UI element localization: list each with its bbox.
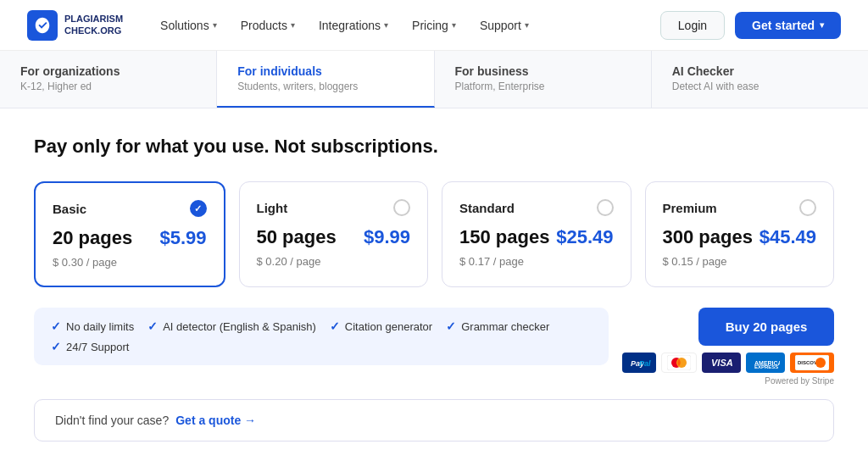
card-pages-light: 50 pages: [257, 226, 337, 248]
tab-business[interactable]: For business Platform, Enterprise: [435, 51, 652, 108]
get-started-button[interactable]: Get started ▾: [735, 12, 841, 39]
feature-support: ✓ 24/7 Support: [51, 340, 129, 353]
section-title: Pay only for what you use. Not subscript…: [34, 136, 834, 158]
login-button[interactable]: Login: [660, 11, 725, 40]
quote-text: Didn't find your case?: [55, 414, 169, 427]
card-per-page-basic: $ 0.30 / page: [53, 256, 207, 269]
discover-icon: DISCOVER: [790, 353, 834, 373]
svg-point-13: [815, 358, 826, 368]
navbar: PLAGIARISM CHECK.ORG Solutions ▾ Product…: [0, 0, 868, 51]
main-content: Pay only for what you use. Not subscript…: [0, 108, 868, 469]
card-price-basic: $5.99: [159, 227, 206, 249]
card-per-page-standard: $ 0.17 / page: [459, 255, 614, 268]
card-name-light: Light: [257, 201, 288, 215]
card-name-basic: Basic: [53, 202, 86, 216]
pricing-cards: Basic 20 pages $5.99 $ 0.30 / page Light…: [34, 181, 834, 287]
check-icon: ✓: [330, 319, 340, 333]
svg-text:Pal: Pal: [639, 359, 651, 368]
features-bar-wrap: ✓ No daily limits ✓ AI detector (English…: [34, 308, 609, 379]
get-a-quote-link[interactable]: Get a quote →: [175, 414, 256, 427]
card-pages-basic: 20 pages: [53, 227, 132, 249]
chevron-down-icon: ▾: [291, 20, 295, 30]
check-icon: ✓: [446, 319, 456, 333]
tab-individuals[interactable]: For individuals Students, writers, blogg…: [217, 51, 434, 108]
right-actions: Buy 20 pages PayPal VISA AMERICANEXPRESS: [622, 308, 834, 386]
paypal-icon: PayPal: [622, 353, 656, 373]
nav-item-support[interactable]: Support ▾: [470, 12, 539, 39]
amex-icon: AMERICANEXPRESS: [746, 353, 785, 373]
card-price-light: $9.99: [364, 226, 410, 248]
tab-ai-checker[interactable]: AI Checker Detect AI with ease: [652, 51, 868, 108]
chevron-down-icon: ▾: [525, 20, 529, 30]
radio-premium[interactable]: [799, 199, 816, 216]
chevron-down-icon: ▾: [213, 20, 217, 30]
radio-basic[interactable]: [190, 200, 207, 217]
nav-item-solutions[interactable]: Solutions ▾: [150, 12, 227, 39]
stripe-powered: Powered by Stripe: [765, 376, 834, 386]
card-name-premium: Premium: [663, 201, 717, 215]
logo-text: PLAGIARISM CHECK.ORG: [64, 14, 123, 36]
card-price-premium: $45.49: [760, 226, 816, 248]
card-price-standard: $25.49: [556, 226, 613, 248]
features-bar: ✓ No daily limits ✓ AI detector (English…: [34, 308, 609, 365]
chevron-down-icon: ▾: [384, 20, 388, 30]
nav-item-products[interactable]: Products ▾: [231, 12, 305, 39]
feature-grammar: ✓ Grammar checker: [446, 319, 549, 333]
svg-text:EXPRESS: EXPRESS: [754, 364, 778, 369]
nav-right: Login Get started ▾: [660, 11, 841, 40]
radio-light[interactable]: [393, 199, 410, 216]
feature-citation: ✓ Citation generator: [330, 319, 432, 333]
card-light[interactable]: Light 50 pages $9.99 $ 0.20 / page: [239, 181, 429, 287]
tab-organizations[interactable]: For organizations K-12, Higher ed: [0, 51, 217, 108]
chevron-down-icon: ▾: [452, 20, 456, 30]
check-icon: ✓: [147, 319, 158, 333]
card-name-standard: Standard: [459, 201, 515, 215]
feature-no-daily-limits: ✓ No daily limits: [51, 319, 134, 333]
nav-item-pricing[interactable]: Pricing ▾: [402, 12, 466, 39]
mastercard-icon: [661, 353, 697, 373]
feature-ai-detector: ✓ AI detector (English & Spanish): [147, 319, 316, 333]
buy-button[interactable]: Buy 20 pages: [698, 308, 834, 346]
arrow-icon: →: [244, 414, 256, 427]
nav-item-integrations[interactable]: Integrations ▾: [309, 12, 398, 39]
quote-bar: Didn't find your case? Get a quote →: [34, 399, 834, 441]
nav-items: Solutions ▾ Products ▾ Integrations ▾ Pr…: [150, 12, 660, 39]
svg-text:VISA: VISA: [711, 358, 733, 368]
logo-icon: [27, 10, 58, 41]
card-per-page-premium: $ 0.15 / page: [663, 255, 817, 268]
card-standard[interactable]: Standard 150 pages $25.49 $ 0.17 / page: [442, 181, 632, 287]
card-premium[interactable]: Premium 300 pages $45.49 $ 0.15 / page: [645, 181, 835, 287]
card-pages-premium: 300 pages: [663, 226, 753, 248]
radio-standard[interactable]: [597, 199, 614, 216]
payment-icons: PayPal VISA AMERICANEXPRESS DISCOVER: [622, 353, 834, 373]
card-basic[interactable]: Basic 20 pages $5.99 $ 0.30 / page: [34, 181, 225, 287]
logo[interactable]: PLAGIARISM CHECK.ORG: [27, 10, 123, 41]
tabs-bar: For organizations K-12, Higher ed For in…: [0, 51, 868, 108]
chevron-down-icon: ▾: [820, 20, 824, 30]
card-pages-standard: 150 pages: [459, 226, 549, 248]
visa-icon: VISA: [702, 353, 741, 373]
check-icon: ✓: [51, 319, 61, 333]
check-icon: ✓: [51, 340, 61, 353]
action-row: ✓ No daily limits ✓ AI detector (English…: [34, 308, 834, 386]
card-per-page-light: $ 0.20 / page: [257, 255, 411, 268]
